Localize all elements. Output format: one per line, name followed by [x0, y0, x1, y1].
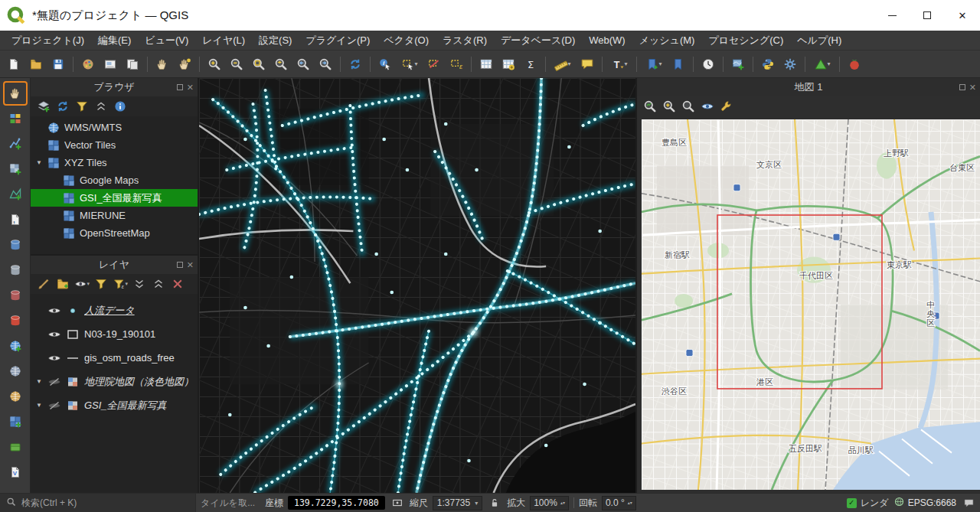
filter-legend-icon[interactable]: [93, 276, 109, 292]
add-vector-layer-icon[interactable]: [5, 133, 26, 155]
select-features-icon[interactable]: ▾: [397, 54, 423, 75]
browser-item-mierune[interactable]: MIERUNE: [31, 207, 198, 224]
menu-item-10[interactable]: メッシュ(M): [632, 31, 702, 51]
menu-item-9[interactable]: Web(W): [582, 31, 632, 49]
close-panel-icon[interactable]: ✕: [187, 83, 194, 92]
add-postgis-icon[interactable]: [5, 234, 26, 256]
new-shapefile-icon[interactable]: V: [5, 461, 26, 483]
zoom-next-icon[interactable]: [315, 54, 336, 75]
filter-expression-icon[interactable]: ε▾: [112, 276, 129, 292]
crs-button[interactable]: EPSG:6668: [893, 496, 956, 510]
zoom-in-minimap-icon[interactable]: [661, 98, 678, 115]
add-selected-layers-icon[interactable]: [35, 98, 52, 115]
save-project-icon[interactable]: [47, 54, 69, 75]
float-panel-icon[interactable]: [959, 84, 965, 90]
show-layers-minimap-icon[interactable]: [699, 98, 716, 115]
zoom-full-icon[interactable]: [248, 54, 270, 75]
rotation-spin[interactable]: 0.0 ° ▴▾: [602, 496, 636, 510]
add-wcs-icon[interactable]: [5, 360, 26, 382]
menu-item-3[interactable]: レイヤ(L): [195, 31, 252, 51]
layer-item-n03[interactable]: N03-19_190101: [31, 322, 198, 346]
close-panel-icon[interactable]: ✕: [187, 261, 194, 269]
menu-item-2[interactable]: ビュー(V): [138, 31, 195, 51]
chevron-down-icon[interactable]: ▾: [87, 281, 90, 287]
add-mesh-layer-icon[interactable]: [5, 184, 26, 205]
close-panel-icon[interactable]: ✕: [969, 83, 976, 92]
layer-visibility-toggle[interactable]: [47, 328, 61, 341]
scale-combo[interactable]: 1:37735 ▾: [433, 496, 482, 510]
messages-button[interactable]: [961, 495, 976, 510]
layer-visibility-toggle[interactable]: [47, 304, 61, 318]
new-project-icon[interactable]: [3, 54, 24, 75]
browser-properties-icon[interactable]: [112, 98, 129, 115]
layer-expander-icon[interactable]: ▼: [35, 402, 43, 409]
add-spatialite-icon[interactable]: [5, 259, 26, 281]
add-oracle-icon[interactable]: [5, 310, 26, 331]
add-delimited-text-icon[interactable]: ,: [5, 209, 26, 230]
map-tips-icon[interactable]: [577, 54, 598, 75]
menu-item-0[interactable]: プロジェクト(J): [5, 31, 91, 51]
identify-features-icon[interactable]: i: [374, 54, 396, 75]
expand-all-icon[interactable]: [131, 276, 148, 292]
menu-item-12[interactable]: ヘルプ(H): [790, 31, 848, 51]
field-calculator-icon[interactable]: [498, 54, 519, 75]
menu-item-11[interactable]: プロセシング(C): [701, 31, 790, 51]
show-bookmarks-icon[interactable]: [668, 54, 689, 75]
chevron-down-icon[interactable]: ▾: [414, 60, 417, 67]
zoom-full-minimap-icon[interactable]: [642, 98, 658, 115]
map-canvas[interactable]: [199, 78, 635, 493]
collapse-all-browser-icon[interactable]: [93, 98, 109, 115]
layer-item-gsi-photo-layer[interactable]: ▼GSI_全国最新写真: [31, 393, 198, 417]
zoom-last-icon[interactable]: [292, 54, 314, 75]
layer-visibility-toggle[interactable]: [47, 351, 61, 365]
render-checkbox[interactable]: ✓ レンダ: [847, 497, 889, 510]
layer-item-gsi-pale[interactable]: ▼地理院地図（淡色地図）: [31, 370, 198, 393]
add-wms-icon[interactable]: [5, 335, 26, 357]
float-panel-icon[interactable]: [177, 262, 183, 268]
refresh-browser-icon[interactable]: [54, 98, 71, 115]
pan-to-selection-icon[interactable]: [174, 54, 195, 75]
browser-item-gsi-photo[interactable]: GSI_全国最新写真: [31, 189, 198, 207]
layer-item-roads[interactable]: gis_osm_roads_free: [31, 346, 198, 370]
layer-styling-icon[interactable]: [35, 276, 52, 292]
measure-icon[interactable]: ▾: [550, 54, 576, 75]
print-layout-icon[interactable]: [100, 54, 121, 75]
add-mssql-icon[interactable]: [5, 285, 26, 306]
minimize-button[interactable]: [874, 0, 910, 31]
new-geopackage-icon[interactable]: [5, 436, 26, 458]
remove-layer-icon[interactable]: [169, 276, 186, 292]
add-xyz-icon[interactable]: [5, 411, 26, 432]
add-group-icon[interactable]: [54, 276, 71, 292]
open-attribute-table-icon[interactable]: [475, 54, 497, 75]
layer-expander-icon[interactable]: ▼: [35, 378, 43, 385]
python-console-icon[interactable]: [757, 54, 779, 75]
menu-item-1[interactable]: 編集(E): [91, 31, 138, 51]
zoom-to-layer-icon[interactable]: [270, 54, 292, 75]
new-map-view-icon[interactable]: [727, 54, 749, 75]
spinner-arrows-icon[interactable]: ▴▾: [560, 501, 565, 505]
zoom-minimap-icon[interactable]: [680, 98, 697, 115]
layout-manager-icon[interactable]: [122, 54, 143, 75]
temporal-controller-icon[interactable]: [697, 54, 719, 75]
deselect-all-icon[interactable]: [423, 54, 445, 75]
menu-item-8[interactable]: データベース(D): [494, 31, 582, 51]
collapse-all-icon[interactable]: [150, 276, 167, 292]
close-button[interactable]: ✕: [945, 0, 980, 31]
add-wfs-icon[interactable]: [5, 386, 26, 407]
menu-item-6[interactable]: ベクタ(O): [377, 31, 436, 51]
overview-map[interactable]: 豊島区文京区上野駅台東区新宿駅千代田区東京駅中央区港区渋谷区五反田駅品川駅: [642, 119, 980, 490]
extent-toggle-button[interactable]: [390, 495, 405, 510]
browser-item-openstreetmap[interactable]: OpenStreetMap: [31, 224, 198, 242]
refresh-icon[interactable]: [345, 54, 366, 75]
data-source-manager-icon[interactable]: [5, 108, 26, 129]
layer-visibility-toggle[interactable]: [47, 375, 61, 389]
float-panel-icon[interactable]: [177, 84, 183, 90]
maximize-button[interactable]: [910, 0, 945, 31]
chevron-down-icon[interactable]: ▾: [125, 281, 128, 287]
browser-item-wms-wmts[interactable]: WMS/WMTS: [31, 119, 198, 136]
menu-item-4[interactable]: 設定(S): [252, 31, 299, 51]
chevron-down-icon[interactable]: ▾: [827, 60, 830, 67]
plugin-icon-icon[interactable]: [844, 54, 865, 75]
add-raster-layer-icon[interactable]: [5, 158, 26, 180]
new-bookmark-icon[interactable]: ▾: [641, 54, 667, 75]
